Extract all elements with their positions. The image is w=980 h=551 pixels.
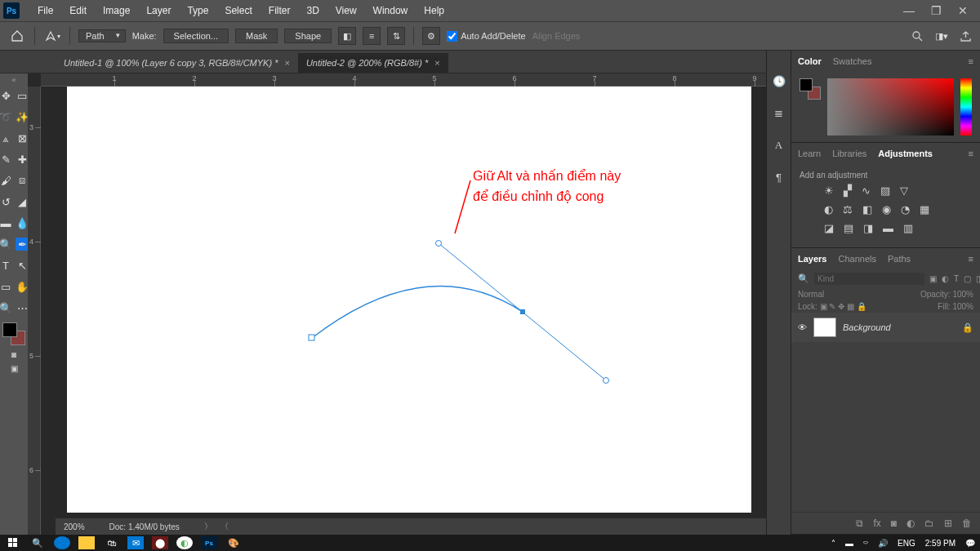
menu-file[interactable]: File <box>29 5 61 16</box>
new-group-icon[interactable]: 🗀 <box>924 518 934 529</box>
close-tab-icon[interactable]: × <box>434 58 439 68</box>
make-mask-button[interactable]: Mask <box>235 29 278 43</box>
new-layer-icon[interactable]: ⊞ <box>944 518 952 529</box>
menu-3d[interactable]: 3D <box>298 5 327 16</box>
hue-icon[interactable]: ◐ <box>824 203 833 216</box>
filter-smart-icon[interactable]: ◫ <box>976 274 980 283</box>
clock[interactable]: 2:59 PM <box>925 539 956 548</box>
photo-filter-icon[interactable]: ◉ <box>882 203 891 216</box>
app-icon-2[interactable]: ◐ <box>176 536 193 549</box>
character-panel-icon[interactable]: A <box>775 139 782 152</box>
exposure-icon[interactable]: ▨ <box>880 184 890 197</box>
posterize-icon[interactable]: ▤ <box>844 222 853 234</box>
pen-tool[interactable]: ✒ <box>16 238 29 251</box>
quick-mask-icon[interactable]: ◙ <box>11 350 16 359</box>
delete-layer-icon[interactable]: 🗑 <box>962 518 972 529</box>
layer-style-icon[interactable]: fx <box>873 518 880 529</box>
crop-tool[interactable]: ⟁ <box>0 131 12 144</box>
store-icon[interactable]: 🛍 <box>103 536 119 549</box>
lookup-icon[interactable]: ▦ <box>920 203 929 216</box>
menu-edit[interactable]: Edit <box>61 5 95 16</box>
move-tool[interactable]: ✥ <box>0 89 12 102</box>
heal-tool[interactable]: ✚ <box>16 153 29 166</box>
layer-name[interactable]: Background <box>843 322 891 332</box>
rectangle-tool[interactable]: ▭ <box>0 280 12 293</box>
wand-tool[interactable]: ✨ <box>16 110 29 123</box>
path-ops-icon[interactable]: ◧ <box>338 27 356 45</box>
brush-tool[interactable]: 🖌 <box>0 174 12 187</box>
blur-tool[interactable]: 💧 <box>16 216 29 229</box>
selective-color-icon[interactable]: ▥ <box>903 222 913 234</box>
filter-adj-icon[interactable]: ◐ <box>942 274 949 283</box>
new-fill-icon[interactable]: ◐ <box>906 518 915 529</box>
fill-value[interactable]: 100% <box>952 302 973 311</box>
gradient-tool[interactable]: ▬ <box>0 216 12 229</box>
canvas[interactable]: Giữ Alt và nhấn điểm này để điều chỉnh đ… <box>67 87 751 513</box>
opacity-value[interactable]: 100% <box>952 290 973 299</box>
channels-tab[interactable]: Channels <box>838 251 875 267</box>
doc-tab-1[interactable]: Untitled-1 @ 100% (Layer 6 copy 3, RGB/8… <box>56 53 298 73</box>
hand-tool[interactable]: ✋ <box>16 280 29 293</box>
stamp-tool[interactable]: ⧇ <box>16 174 29 187</box>
auto-add-delete-checkbox[interactable]: Auto Add/Delete <box>447 31 526 42</box>
battery-icon[interactable]: ▬ <box>845 539 853 548</box>
layers-tab[interactable]: Layers <box>798 251 826 267</box>
swatches-tab[interactable]: Swatches <box>833 53 872 69</box>
visibility-icon[interactable]: 👁 <box>798 322 807 332</box>
properties-panel-icon[interactable]: ≣ <box>774 107 783 119</box>
blend-mode-select[interactable]: Normal <box>798 290 824 299</box>
lasso-tool[interactable]: ➰ <box>0 110 12 123</box>
channel-mixer-icon[interactable]: ◔ <box>901 203 910 216</box>
gradient-map-icon[interactable]: ▬ <box>883 222 893 234</box>
close-window-icon[interactable]: ✕ <box>958 4 968 17</box>
app-icon-1[interactable]: ⬤ <box>152 536 168 549</box>
levels-icon[interactable]: ▞ <box>844 184 852 197</box>
path-align-icon[interactable]: ≡ <box>363 27 381 45</box>
menu-select[interactable]: Select <box>216 5 260 16</box>
libraries-tab[interactable]: Libraries <box>832 145 866 162</box>
make-selection-button[interactable]: Selection... <box>163 29 229 43</box>
workspace-icon[interactable]: ◨▾ <box>935 31 948 42</box>
menu-type[interactable]: Type <box>179 5 216 16</box>
menu-filter[interactable]: Filter <box>261 5 299 16</box>
home-button[interactable] <box>8 27 26 45</box>
language-indicator[interactable]: ENG <box>898 539 915 548</box>
marquee-tool[interactable]: ▭ <box>16 89 29 102</box>
maximize-icon[interactable]: ❐ <box>931 4 942 17</box>
invert-icon[interactable]: ◪ <box>824 222 834 234</box>
layer-mask-icon[interactable]: ◙ <box>891 518 897 529</box>
adjustments-tab[interactable]: Adjustments <box>878 145 933 162</box>
color-tab[interactable]: Color <box>798 53 822 69</box>
notifications-icon[interactable]: 💬 <box>965 539 975 548</box>
brightness-icon[interactable]: ☀ <box>824 184 834 197</box>
path-arrange-icon[interactable]: ⇅ <box>387 27 405 45</box>
edge-icon[interactable] <box>54 536 70 549</box>
hue-slider[interactable] <box>960 78 972 136</box>
menu-window[interactable]: Window <box>365 5 416 16</box>
wifi-icon[interactable]: ⌔ <box>863 539 868 548</box>
canvas-area[interactable]: 123456789 3456 Giữ Alt và nhấn điểm này … <box>28 73 791 535</box>
start-button[interactable] <box>5 536 21 549</box>
filter-pixel-icon[interactable]: ▣ <box>929 274 937 283</box>
explorer-icon[interactable] <box>78 536 95 549</box>
tray-chevron-icon[interactable]: ˄ <box>831 539 835 548</box>
share-icon[interactable] <box>960 30 972 42</box>
screen-mode-icon[interactable]: ▣ <box>11 364 18 373</box>
link-layers-icon[interactable]: ⧉ <box>856 518 863 529</box>
zoom-level[interactable]: 200% <box>64 522 85 531</box>
menu-help[interactable]: Help <box>416 5 452 16</box>
status-chevron-icon[interactable]: 〉 <box>204 521 212 532</box>
color-picker[interactable] <box>827 78 954 136</box>
fg-bg-swatch[interactable] <box>800 78 821 100</box>
history-brush-tool[interactable]: ↺ <box>0 195 12 208</box>
menu-image[interactable]: Image <box>95 5 138 16</box>
balance-icon[interactable]: ⚖ <box>843 203 853 216</box>
toolbox-collapse-icon[interactable]: « <box>11 76 16 86</box>
color-swatches[interactable] <box>2 322 25 345</box>
history-panel-icon[interactable]: 🕓 <box>773 75 786 87</box>
zoom-tool[interactable]: 🔍 <box>0 301 12 314</box>
layer-filter-input[interactable] <box>814 273 924 285</box>
paths-tab[interactable]: Paths <box>888 251 911 267</box>
learn-tab[interactable]: Learn <box>798 145 821 162</box>
eyedropper-tool[interactable]: ✎ <box>0 153 12 166</box>
